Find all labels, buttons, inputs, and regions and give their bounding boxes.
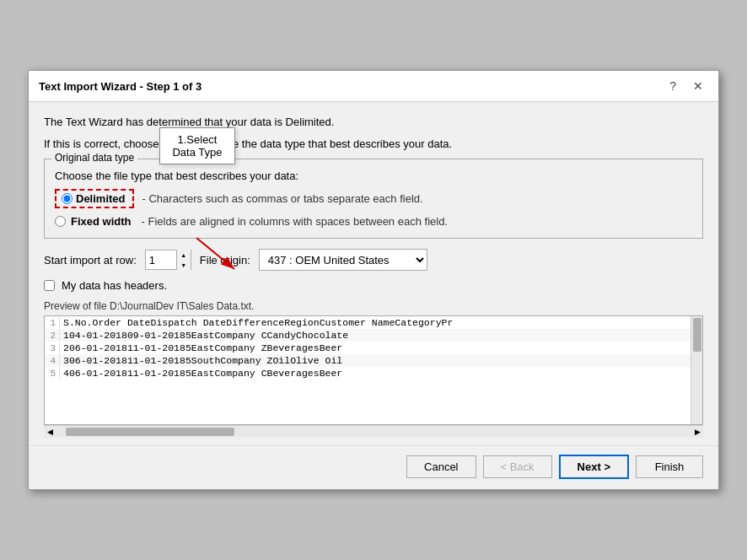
footer: Cancel < Back Next > Finish [29,445,718,489]
vertical-scrollbar[interactable] [691,316,702,424]
table-row: 2104-01-201809-01-20185EastCompany CCand… [45,329,702,342]
dialog: Text Import Wizard - Step 1 of 3 ? ✕ The… [28,70,719,490]
table-row: 3206-01-201811-01-20185EastCompany ZBeve… [45,342,702,354]
fixed-width-label[interactable]: Fixed width [71,215,132,228]
title-bar-controls: ? ✕ [664,78,708,94]
start-row-spinner[interactable]: ▲ ▼ [145,250,191,270]
scrollbar-thumb [693,318,701,352]
line-number: 1 [45,317,60,328]
spin-down-button[interactable]: ▼ [177,260,191,270]
close-button[interactable]: ✕ [688,78,708,94]
h-scroll-thumb [66,428,234,436]
delimited-desc: - Characters such as commas or tabs sepa… [142,192,423,205]
spinner-buttons: ▲ ▼ [176,250,191,270]
intro-line1: The Text Wizard has determined that your… [44,114,703,131]
line-content: 406-01-201811-01-20185EastCompany CBever… [63,368,342,379]
delimited-row: Delimited - Characters such as commas or… [55,189,692,208]
delimited-highlight: Delimited [55,189,134,208]
scroll-left-button[interactable]: ◀ [44,426,56,438]
back-button[interactable]: < Back [483,455,552,478]
title-bar: Text Import Wizard - Step 1 of 3 ? ✕ [29,71,718,102]
delimited-label[interactable]: Delimited [76,192,126,205]
horizontal-scrollbar[interactable]: ◀ ▶ [44,425,703,437]
h-scroll-track [57,428,690,436]
tooltip: 1.Select Data Type [159,127,235,164]
line-number: 5 [45,368,60,379]
delimited-radio[interactable] [62,193,73,204]
spin-up-button[interactable]: ▲ [177,250,191,260]
import-settings-row: Start import at row: ▲ ▼ File origin: 43… [44,249,703,271]
group-subtitle: Choose the file type that best describes… [55,170,692,182]
finish-button[interactable]: Finish [636,455,703,478]
tooltip-box: 1.Select Data Type [159,127,235,164]
tooltip-line2: Data Type [172,146,223,159]
preview-inner: 1S.No.Order DateDispatch DateDifferenceR… [45,316,702,424]
fixed-width-desc: - Fields are aligned in columns with spa… [142,215,448,228]
dialog-title: Text Import Wizard - Step 1 of 3 [39,80,202,93]
fixed-width-row: Fixed width - Fields are aligned in colu… [55,215,692,228]
start-row-input[interactable] [146,250,176,269]
cancel-button[interactable]: Cancel [406,455,476,478]
svg-line-1 [196,238,234,269]
line-number: 4 [45,355,60,366]
next-button[interactable]: Next > [559,455,629,479]
line-number: 2 [45,330,60,341]
preview-label: Preview of file D:\JournalDev IT\Sales D… [44,300,703,312]
fixed-width-radio[interactable] [55,216,66,227]
dialog-content: The Text Wizard has determined that your… [29,102,718,445]
headers-row: My data has headers. [44,279,703,292]
table-row: 4306-01-201811-01-20185SouthCompany ZOil… [45,354,702,367]
intro-line2: If this is correct, choose Next, or choo… [44,136,703,153]
table-row: 5406-01-201811-01-20185EastCompany CBeve… [45,367,702,380]
line-content: 306-01-201811-01-20185SouthCompany ZOilO… [63,355,342,366]
group-title: Original data type [51,152,137,164]
scroll-right-button[interactable]: ▶ [691,426,703,438]
line-content: S.No.Order DateDispatch DateDifferenceRe… [63,317,453,328]
data-type-group: Original data type Choose the file type … [44,159,703,239]
file-origin-select[interactable]: 437 : OEM United States 65001 : Unicode … [259,249,427,271]
headers-label[interactable]: My data has headers. [62,279,167,292]
line-content: 104-01-201809-01-20185EastCompany CCandy… [63,330,348,341]
line-number: 3 [45,342,60,353]
preview-box: 1S.No.Order DateDispatch DateDifferenceR… [44,315,703,425]
start-row-label: Start import at row: [44,254,137,267]
help-button[interactable]: ? [664,78,681,94]
red-arrow [192,234,243,276]
headers-checkbox[interactable] [44,280,55,291]
line-content: 206-01-201811-01-20185EastCompany ZBever… [63,342,342,353]
tooltip-line1: 1.Select [172,133,223,146]
table-row: 1S.No.Order DateDispatch DateDifferenceR… [45,316,702,329]
